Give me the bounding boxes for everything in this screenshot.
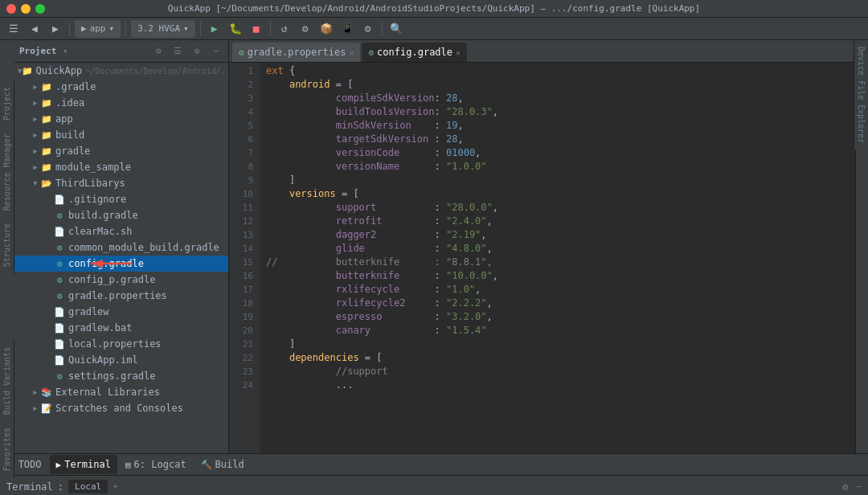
minimize-button[interactable] xyxy=(21,4,31,14)
tab-gradle-properties[interactable]: ⚙ gradle.properties ✕ xyxy=(232,43,360,62)
root-path: ~/Documents/Develop/Android/... xyxy=(85,67,228,76)
tree-item-local-props[interactable]: 📄 local.properties xyxy=(14,336,228,352)
config-gradle-close-icon[interactable]: ✕ xyxy=(456,48,461,57)
resource-manager-tab[interactable]: Resource Manager xyxy=(1,127,13,217)
gradle-icon[interactable]: ⚙ xyxy=(297,20,314,38)
device-selector[interactable]: 3.2 HVGA ▾ xyxy=(131,20,195,38)
toolbar-separator-4 xyxy=(270,22,271,36)
tree-item-gradlew-bat[interactable]: 📄 gradlew.bat xyxy=(14,320,228,336)
stop-icon[interactable]: ■ xyxy=(248,20,265,38)
tree-item-gradle-properties[interactable]: ⚙ gradle.properties xyxy=(14,288,228,304)
todo-label: TODO xyxy=(18,459,42,470)
scratches-arrow-icon: ▶ xyxy=(31,404,40,412)
project-title: Project xyxy=(19,46,56,56)
tree-item-scratches[interactable]: ▶ 📝 Scratches and Consoles xyxy=(14,400,228,416)
build-label: build xyxy=(55,129,84,141)
terminal-local-tab[interactable]: Local xyxy=(68,480,108,493)
tree-item-clearmac[interactable]: 📄 clearMac.sh xyxy=(14,223,228,239)
window-title: QuickApp [~/Documents/Develop/Android/An… xyxy=(168,3,700,14)
forward-icon[interactable]: ▶ xyxy=(47,20,64,38)
common-module-label: common_module_build.gradle xyxy=(68,242,219,253)
app-folder-icon: 📁 xyxy=(40,112,53,125)
main-area: Project Resource Manager Structure Proje… xyxy=(0,40,868,453)
tree-item-app[interactable]: ▶ 📁 app xyxy=(14,111,228,127)
tree-item-quickapp-iml[interactable]: 📄 QuickApp.iml xyxy=(14,352,228,368)
terminal-icon: ▶ xyxy=(56,460,62,470)
thirdlibarys-label: ThirdLibarys xyxy=(55,178,125,189)
build-tab[interactable]: 🔨 Build xyxy=(194,455,251,474)
device-file-explorer-tab[interactable]: Device File Explorer xyxy=(855,40,867,149)
close-panel-icon[interactable]: − xyxy=(209,44,223,59)
settings-icon[interactable]: ⚙ xyxy=(359,20,377,38)
sync-icon[interactable]: ↺ xyxy=(276,20,293,38)
tab-bar: ⚙ gradle.properties ✕ ⚙ config.gradle ✕ xyxy=(229,40,868,63)
project-panel-tab[interactable]: Project xyxy=(1,80,13,127)
terminal-add-tab-icon[interactable]: + xyxy=(113,481,118,492)
module-sample-label: module_sample xyxy=(55,162,131,173)
tree-item-thirdlibarys[interactable]: ▼ 📂 ThirdLibarys xyxy=(14,175,228,191)
code-content[interactable]: ext { android = [ compileSdkVersion: 28,… xyxy=(260,63,855,453)
build-label: Build xyxy=(215,459,244,470)
run-icon[interactable]: ▶ xyxy=(206,20,223,38)
menu-icon[interactable]: ☰ xyxy=(5,20,23,38)
file-tree: ▼ 📁 QuickApp ~/Documents/Develop/Android… xyxy=(14,63,228,453)
app-selector[interactable]: ▶ app ▾ xyxy=(75,20,121,38)
tree-root-item[interactable]: ▼ 📁 QuickApp ~/Documents/Develop/Android… xyxy=(14,63,228,79)
gradle-props-label: gradle.properties xyxy=(68,290,167,301)
back-icon[interactable]: ◀ xyxy=(26,20,43,38)
traffic-lights xyxy=(6,4,45,14)
tree-item-gradlew[interactable]: 📄 gradlew xyxy=(14,304,228,320)
build-gradle-label: build.gradle xyxy=(68,210,138,221)
tree-item-common-module[interactable]: ⚙ common_module_build.gradle xyxy=(14,239,228,256)
terminal-title: Terminal xyxy=(6,481,53,493)
tree-item-config-p-gradle[interactable]: ⚙ config_p.gradle xyxy=(14,272,228,288)
tree-item-build[interactable]: ▶ 📁 build xyxy=(14,127,228,143)
gradle-properties-close-icon[interactable]: ✕ xyxy=(349,48,354,57)
module-sample-folder-icon: 📁 xyxy=(40,161,53,174)
project-panel: Project Resource Manager Structure Proje… xyxy=(0,40,229,453)
tree-item-gradle[interactable]: ▶ 📁 .gradle xyxy=(14,79,228,95)
gradle2-folder-icon: 📁 xyxy=(40,145,53,158)
maximize-button[interactable] xyxy=(35,4,45,14)
app-icon: ▶ xyxy=(81,23,87,34)
close-button[interactable] xyxy=(6,4,16,14)
terminal-label: Terminal xyxy=(64,459,111,470)
tree-item-config-gradle[interactable]: ⚙ config.gradle xyxy=(14,256,228,272)
line-numbers: 12345 678910 1112131415 1617181920 21222… xyxy=(229,63,260,453)
editor-area: ⚙ gradle.properties ✕ ⚙ config.gradle ✕ … xyxy=(229,40,868,453)
terminal-gear-icon[interactable]: ⚙ xyxy=(842,481,848,493)
terminal-header: Terminal : Local + ⚙ − xyxy=(0,476,868,495)
sdk-icon[interactable]: 📦 xyxy=(317,20,335,38)
favorites-tab[interactable]: Favorites xyxy=(1,421,13,477)
clearmac-label: clearMac.sh xyxy=(68,226,132,237)
terminal-tab[interactable]: ▶ Terminal xyxy=(50,455,117,474)
settings-gradle-icon: ⚙ xyxy=(53,370,66,382)
tree-item-settings-gradle[interactable]: ⚙ settings.gradle xyxy=(14,368,228,384)
gradle2-label: gradle xyxy=(55,145,90,157)
build-arrow-icon: ▶ xyxy=(31,131,40,139)
filter-icon[interactable]: ☰ xyxy=(170,44,185,59)
build-variants-tab[interactable]: Build Variants xyxy=(1,341,13,421)
gradlew-bat-label: gradlew.bat xyxy=(68,322,132,333)
gradle-arrow-icon: ▶ xyxy=(31,83,40,91)
tree-item-build-gradle[interactable]: ⚙ build.gradle xyxy=(14,207,228,223)
tree-item-gitignore[interactable]: 📄 .gitignore xyxy=(14,191,228,207)
tree-item-idea[interactable]: ▶ 📁 .idea xyxy=(14,95,228,111)
project-dropdown-icon[interactable]: ▾ xyxy=(63,47,68,55)
quickapp-iml-file-icon: 📄 xyxy=(53,354,66,366)
structure-tab[interactable]: Structure xyxy=(1,217,13,273)
logcat-icon: ▤ xyxy=(125,460,131,470)
tab-config-gradle[interactable]: ⚙ config.gradle ✕ xyxy=(362,43,467,62)
avd-icon[interactable]: 📱 xyxy=(338,20,356,38)
gradlew-bat-file-icon: 📄 xyxy=(53,321,66,334)
terminal-close-icon[interactable]: − xyxy=(856,481,862,492)
tree-item-gradle2[interactable]: ▶ 📁 gradle xyxy=(14,143,228,159)
logcat-tab[interactable]: ▤ 6: Logcat xyxy=(119,455,193,474)
tree-item-external-libs[interactable]: ▶ 📚 External Libraries xyxy=(14,384,228,400)
settings-cog-icon[interactable]: ⚙ xyxy=(151,44,166,59)
search-icon[interactable]: 🔍 xyxy=(387,20,405,38)
gradle-folder-icon: 📁 xyxy=(40,80,53,93)
debug-icon[interactable]: 🐛 xyxy=(227,20,244,38)
tree-item-module-sample[interactable]: ▶ 📁 module_sample xyxy=(14,159,228,175)
gear-icon[interactable]: ⚙ xyxy=(190,44,204,59)
